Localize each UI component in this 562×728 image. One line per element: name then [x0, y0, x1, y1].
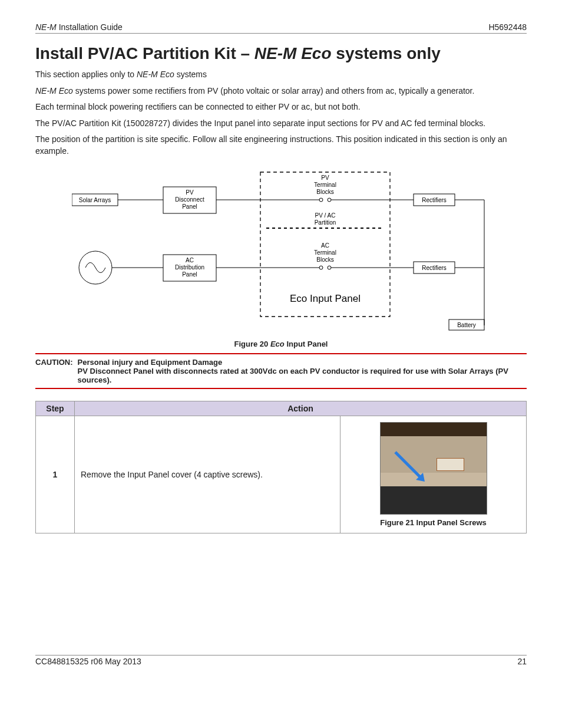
intro-p3: Each terminal block powering rectifiers … [35, 101, 527, 113]
svg-point-11 [328, 198, 331, 202]
intro-p5: The position of the partition is site sp… [35, 134, 527, 157]
svg-point-21 [328, 266, 331, 269]
svg-text:AC: AC [321, 242, 329, 249]
header-product: NE-M [35, 22, 57, 32]
intro-p2: NE-M Eco systems power some rectifiers f… [35, 85, 527, 97]
diagram-battery: Battery [457, 322, 476, 328]
eco-input-panel-diagram: Solar Arrays PV Disconnect Panel PV Term… [72, 169, 490, 334]
svg-text:PV: PV [321, 174, 329, 181]
table-row: 1 Remove the Input Panel cover (4 captiv… [36, 416, 527, 533]
page-title: Install PV/AC Partition Kit – NE-M Eco s… [35, 44, 527, 63]
svg-text:Panel: Panel [182, 203, 197, 210]
diagram-panel-title: Eco Input Panel [290, 293, 361, 304]
svg-text:Terminal: Terminal [314, 182, 336, 188]
svg-text:Terminal: Terminal [314, 249, 336, 256]
steps-table: Step Action 1 Remove the Input Panel cov… [35, 401, 527, 533]
caution-title: Personal injury and Equipment Damage [78, 358, 522, 367]
diagram-rect2: Rectifiers [422, 265, 447, 271]
page-header: NE-M Installation Guide H5692448 [35, 22, 527, 34]
caution-block: CAUTION: Personal injury and Equipment D… [35, 353, 527, 389]
caution-label: CAUTION: [35, 358, 78, 384]
figure-21-caption: Figure 21 Input Panel Screws [346, 518, 520, 527]
header-doccode: H5692448 [488, 22, 527, 32]
svg-line-40 [395, 452, 421, 477]
svg-point-20 [319, 266, 323, 269]
svg-text:Panel: Panel [182, 271, 197, 278]
arrow-icon [392, 449, 428, 485]
svg-text:Blocks: Blocks [316, 189, 333, 195]
footer-left: CC848815325 r06 May 2013 [35, 657, 141, 666]
svg-text:Disconnect: Disconnect [175, 196, 204, 203]
col-step: Step [36, 401, 75, 416]
svg-text:PV: PV [186, 189, 194, 196]
step-action-text: Remove the Input Panel cover (4 captive … [75, 416, 340, 533]
input-panel-photo [380, 422, 487, 515]
caution-body: PV Disconnect Panel with disconnects rat… [78, 367, 522, 384]
intro-p1: This section applies only to NE-M Eco sy… [35, 69, 527, 81]
diagram-rect1: Rectifiers [422, 197, 447, 203]
header-left: NE-M Installation Guide [35, 22, 123, 32]
svg-point-10 [319, 198, 323, 202]
title-prefix: Install PV/AC Partition Kit – [35, 44, 254, 62]
title-eco: NE-M Eco [254, 44, 332, 62]
header-doctype: Installation Guide [59, 22, 123, 32]
page-footer: CC848815325 r06 May 2013 21 [35, 655, 527, 666]
title-suffix: systems only [332, 44, 441, 62]
svg-text:PV / AC: PV / AC [315, 212, 335, 219]
svg-text:Blocks: Blocks [316, 256, 333, 263]
intro-p4: The PV/AC Partition Kit (150028727) divi… [35, 118, 527, 130]
warning-label-icon [437, 458, 464, 471]
figure-20-caption: Figure 20 Eco Input Panel [35, 340, 527, 348]
diagram-solar-arrays: Solar Arrays [79, 197, 111, 203]
footer-page: 21 [517, 657, 527, 666]
svg-text:Partition: Partition [315, 219, 336, 226]
step-number: 1 [36, 416, 75, 533]
svg-text:AC: AC [186, 257, 194, 263]
svg-text:Distribution: Distribution [175, 264, 204, 271]
col-action: Action [75, 401, 527, 416]
step-action-image: Figure 21 Input Panel Screws [340, 416, 527, 533]
